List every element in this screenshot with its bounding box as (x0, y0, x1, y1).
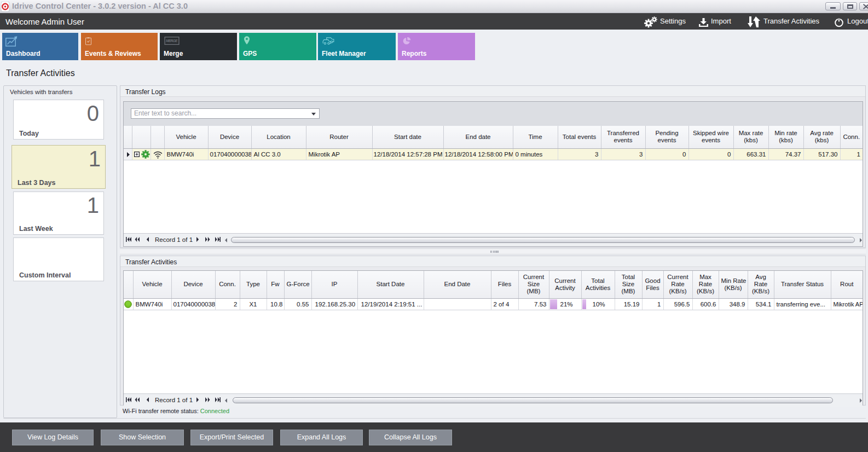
svg-text:MERGE: MERGE (166, 39, 178, 43)
